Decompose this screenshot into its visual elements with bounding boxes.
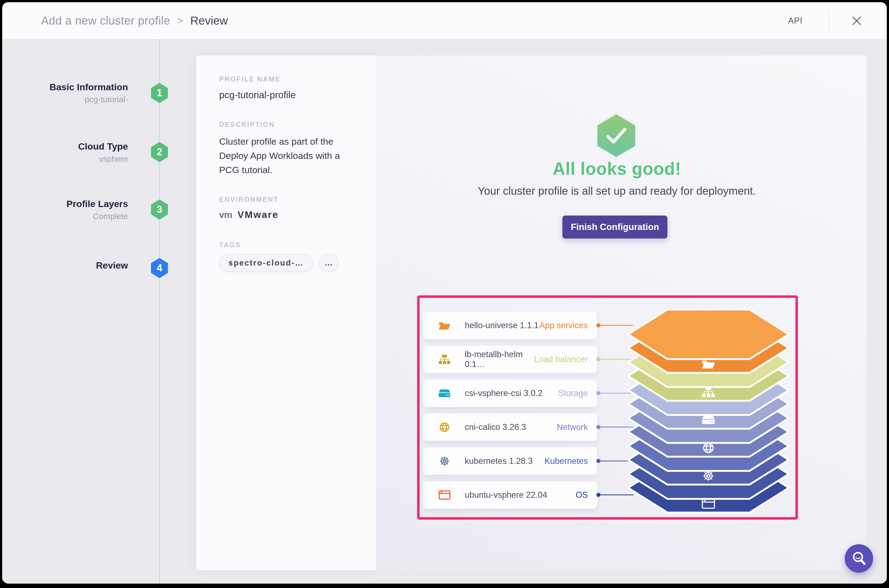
header-divider (829, 10, 829, 32)
layer-name: hello-universe 1.1.1 (465, 321, 539, 330)
review-subtitle: Your cluster profile is all set up and r… (417, 185, 817, 197)
load-balancer-icon (438, 354, 451, 364)
layer-category: Load balancer (534, 354, 588, 364)
layer-category: Kubernetes (544, 456, 588, 466)
connector-dot (596, 459, 601, 463)
layer-card-storage[interactable]: csi-vsphere-csi 3.0.2 Storage (423, 380, 597, 407)
connector-dot (596, 493, 601, 497)
breadcrumb-separator-icon: > (177, 15, 183, 27)
profile-name-value: pcg-tutorial-profile (219, 89, 361, 100)
layer-card-os[interactable]: ubuntu-vsphere 22.04 OS (423, 482, 597, 509)
vmware-logo-icon: vm (219, 210, 232, 220)
connector-dot (596, 425, 601, 429)
environment-value: VMware (237, 209, 278, 220)
profile-summary-panel: PROFILE NAME pcg-tutorial-profile .fld:n… (196, 56, 376, 570)
kubernetes-wheel-icon (438, 456, 451, 466)
sidebar-step-basic-information[interactable]: Basic Information pcg-tutorial- (27, 81, 128, 106)
layer-card-app-services[interactable]: hello-universe 1.1.1 App services (423, 312, 597, 339)
stepper-rail (159, 40, 160, 584)
layer-card-kubernetes[interactable]: kubernetes 1.28.3 Kubernetes (423, 447, 597, 475)
breadcrumb: Add a new cluster profile > Review (41, 14, 228, 27)
layer-category: Network (557, 422, 588, 432)
breadcrumb-current: Review (190, 14, 228, 27)
api-button[interactable]: API (788, 16, 803, 26)
layer-category: Storage (558, 388, 588, 398)
description-label: DESCRIPTION (219, 121, 361, 129)
connector-dot (596, 391, 601, 395)
checkmark-icon (605, 126, 628, 145)
step-badge-1: 1 (151, 83, 168, 103)
layer-stack-illustration (626, 308, 790, 514)
tags-row: spectro-cloud-… … (219, 254, 361, 272)
sidebar-step-profile-layers[interactable]: Profile Layers Complete (27, 198, 128, 223)
window-frame: Add a new cluster profile > Review API B… (0, 0, 889, 588)
step-badge-3: 3 (151, 200, 168, 220)
close-button[interactable] (851, 15, 863, 27)
step-label: Cloud Type (27, 140, 128, 152)
sidebar-step-review[interactable]: Review (27, 259, 128, 271)
connector-dot (596, 357, 601, 361)
profile-name-label: PROFILE NAME (219, 75, 361, 83)
layer-category: OS (575, 490, 588, 500)
layer-name: ubuntu-vsphere 22.04 (465, 490, 575, 500)
layer-name: lb-metallb-helm 0.1… (465, 350, 534, 369)
breadcrumb-parent[interactable]: Add a new cluster profile (41, 14, 170, 27)
description-value: Cluster profile as part of the Deploy Ap… (219, 134, 353, 177)
folder-open-icon (438, 320, 451, 331)
storage-drive-icon (702, 416, 715, 424)
step-badge-2: 2 (151, 142, 168, 162)
magnifier-icon (850, 550, 867, 567)
layer-category: App services (539, 321, 588, 330)
step-label: Profile Layers (27, 198, 128, 210)
tag-more-pill[interactable]: … (319, 254, 339, 272)
close-icon (851, 15, 863, 27)
search-fab-button[interactable] (845, 544, 873, 573)
layer-name: csi-vsphere-csi 3.0.2 (465, 388, 558, 398)
globe-icon (438, 422, 451, 432)
finish-configuration-button[interactable]: Finish Configuration (562, 216, 667, 238)
layer-card-load-balancer[interactable]: lb-metallb-helm 0.1… Load balancer (423, 346, 597, 373)
step-sublabel: pcg-tutorial- (27, 93, 128, 106)
app-screen: Add a new cluster profile > Review API B… (2, 2, 887, 584)
step-label: Review (27, 259, 128, 271)
header-actions: API (788, 10, 863, 32)
environment-row: vm VMware (219, 209, 361, 220)
tags-label: TAGS (219, 241, 361, 249)
step-label: Basic Information (27, 81, 128, 93)
os-window-icon (438, 490, 451, 500)
sidebar-step-cloud-type[interactable]: Cloud Type vsphere (27, 140, 128, 165)
environment-label: ENVIRONMENT (219, 195, 361, 204)
step-badge-4: 4 (151, 258, 168, 278)
review-title: All looks good! (458, 159, 775, 179)
layer-name: kubernetes 1.28.3 (465, 456, 544, 466)
step-sublabel: Complete (27, 210, 128, 223)
header-bar: Add a new cluster profile > Review API (2, 2, 887, 40)
layer-name: cni-calico 3.26.3 (465, 422, 557, 432)
storage-drive-icon (438, 388, 451, 399)
connector-dot (596, 323, 601, 327)
step-sublabel: vsphere (27, 152, 128, 165)
layer-card-network[interactable]: cni-calico 3.26.3 Network (423, 414, 597, 441)
stack-layer-app-services (628, 310, 789, 373)
tag-pill[interactable]: spectro-cloud-… (219, 254, 313, 272)
